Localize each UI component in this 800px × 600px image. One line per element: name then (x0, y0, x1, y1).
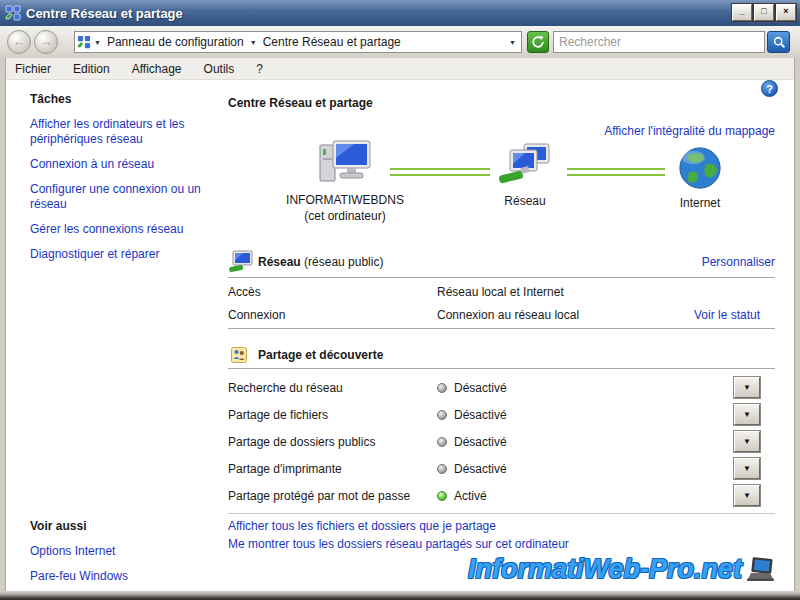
see-also-internet-options[interactable]: Options Internet (30, 544, 215, 559)
network-section-title: Réseau (réseau public) (258, 255, 383, 269)
network-status-section: Réseau (réseau public) Personnaliser Acc… (228, 250, 790, 330)
connection-value: Connexion au réseau local (437, 308, 579, 322)
sharing-row-printer-sharing: Partage d'imprimante Désactivé ▼ (228, 458, 775, 480)
status-text: Désactivé (454, 435, 507, 449)
sharing-row-label: Partage protégé par mot de passe (228, 489, 410, 503)
menu-affichage[interactable]: Affichage (121, 60, 193, 78)
search-button[interactable] (767, 31, 790, 53)
task-setup-connection[interactable]: Configurer une connexion ou un réseau (30, 182, 215, 212)
watermark: InformatiWeb-Pro.net (468, 554, 776, 585)
divider (228, 368, 775, 369)
sharing-row-label: Recherche du réseau (228, 381, 343, 395)
connection-label: Connexion (228, 308, 285, 322)
maximize-button[interactable]: □ (754, 4, 774, 21)
customize-link[interactable]: Personnaliser (702, 255, 775, 269)
sharing-row-public-folder: Partage de dossiers publics Désactivé ▼ (228, 431, 775, 453)
menu-outils[interactable]: Outils (193, 60, 246, 78)
breadcrumb-current[interactable]: Centre Réseau et partage (260, 35, 404, 49)
map-node-label: Internet (640, 196, 760, 210)
network-sharing-center-window: Centre Réseau et partage _ □ × ← → ▼ Pan… (0, 0, 800, 600)
expand-button[interactable]: ▼ (734, 404, 760, 425)
network-icon (497, 143, 553, 189)
window-title: Centre Réseau et partage (26, 6, 183, 21)
show-shared-folders-link[interactable]: Me montrer tous les dossiers réseau part… (228, 535, 569, 553)
status-text: Désactivé (454, 462, 507, 476)
connection-row: Connexion Connexion au réseau local Voir… (228, 308, 775, 326)
address-bar[interactable]: ▼ Panneau de configuration ▼ Centre Rése… (74, 31, 522, 53)
expand-button[interactable]: ▼ (734, 458, 760, 479)
network-small-icon (228, 250, 254, 277)
sharing-section-title: Partage et découverte (258, 348, 383, 362)
chevron-down-icon[interactable]: ▼ (247, 39, 260, 46)
watermark-text: InformatiWeb-Pro.net (468, 554, 742, 585)
laptop-icon (746, 557, 776, 583)
expand-button[interactable]: ▼ (734, 431, 760, 452)
status-dot (437, 437, 447, 447)
title-bar: Centre Réseau et partage _ □ × (0, 0, 800, 27)
status-text: Désactivé (454, 381, 507, 395)
close-button[interactable]: × (776, 4, 796, 21)
breadcrumb-root[interactable]: Panneau de configuration (104, 35, 247, 49)
menu-edition[interactable]: Edition (62, 60, 121, 78)
expand-button[interactable]: ▼ (734, 485, 760, 506)
network-app-icon (5, 5, 21, 21)
address-network-icon (77, 35, 91, 49)
window-bottom-border (0, 591, 800, 600)
task-view-computers[interactable]: Afficher les ordinateurs et les périphér… (30, 117, 215, 147)
access-value: Réseau local et Internet (437, 285, 564, 299)
map-node-label: Réseau (465, 194, 585, 208)
access-label: Accès (228, 285, 261, 299)
map-node-sublabel: (cet ordinateur) (270, 209, 420, 223)
search-input[interactable] (553, 31, 765, 53)
window-left-border (0, 58, 6, 591)
map-node-this-computer[interactable]: INFORMATIWEBDNS (cet ordinateur) (270, 140, 420, 223)
nav-buttons-group: ← → (6, 29, 62, 55)
sharing-row-label: Partage d'imprimante (228, 462, 342, 476)
task-connect-network[interactable]: Connexion à un réseau (30, 157, 215, 172)
sharing-links: Afficher tous les fichiers et dossiers q… (228, 517, 569, 553)
tasks-pane: Tâches Afficher les ordinateurs et les p… (30, 92, 215, 272)
task-manage-connections[interactable]: Gérer les connexions réseau (30, 222, 215, 237)
window-controls: _ □ × (732, 4, 796, 21)
see-also-header: Voir aussi (30, 519, 215, 533)
menu-aide[interactable]: ? (245, 60, 274, 78)
computer-icon (316, 140, 374, 188)
sharing-row-network-discovery: Recherche du réseau Désactivé ▼ (228, 377, 775, 399)
status-dot (437, 491, 447, 501)
see-also-windows-firewall[interactable]: Pare-feu Windows (30, 569, 215, 584)
view-status-link[interactable]: Voir le statut (694, 308, 760, 322)
expand-button[interactable]: ▼ (734, 377, 760, 398)
status-dot (437, 383, 447, 393)
map-node-internet[interactable]: Internet (640, 145, 760, 210)
tasks-header: Tâches (30, 92, 215, 106)
menu-fichier[interactable]: Fichier (4, 60, 62, 78)
address-history-dropdown-icon[interactable]: ▼ (506, 39, 519, 46)
divider (228, 277, 775, 278)
main-content: Centre Réseau et partage ? Afficher l'in… (228, 80, 790, 592)
divider (228, 328, 775, 329)
divider (228, 513, 775, 514)
status-dot (437, 410, 447, 420)
back-button[interactable]: ← (7, 30, 31, 54)
refresh-button[interactable] (527, 31, 549, 53)
search-icon (772, 35, 786, 49)
sharing-row-file-sharing: Partage de fichiers Désactivé ▼ (228, 404, 775, 426)
status-text: Désactivé (454, 408, 507, 422)
chevron-down-icon[interactable]: ▼ (91, 39, 104, 46)
help-icon[interactable]: ? (761, 80, 778, 97)
refresh-icon (531, 35, 545, 49)
globe-icon (676, 145, 724, 191)
task-diagnose-repair[interactable]: Diagnostiquer et réparer (30, 247, 215, 262)
show-shared-files-link[interactable]: Afficher tous les fichiers et dossiers q… (228, 517, 569, 535)
sharing-row-label: Partage de fichiers (228, 408, 328, 422)
forward-button[interactable]: → (34, 30, 58, 54)
minimize-button[interactable]: _ (732, 4, 752, 21)
menu-bar: Fichier Edition Affichage Outils ? (0, 58, 800, 80)
map-node-label: INFORMATIWEBDNS (270, 193, 420, 207)
sharing-people-icon (231, 347, 247, 366)
navigation-toolbar: ← → ▼ Panneau de configuration ▼ Centre … (0, 26, 800, 59)
page-title: Centre Réseau et partage (228, 96, 373, 110)
sharing-row-password-protected: Partage protégé par mot de passe Activé … (228, 485, 775, 507)
see-also-pane: Voir aussi Options Internet Pare-feu Win… (30, 519, 215, 594)
status-dot (437, 464, 447, 474)
